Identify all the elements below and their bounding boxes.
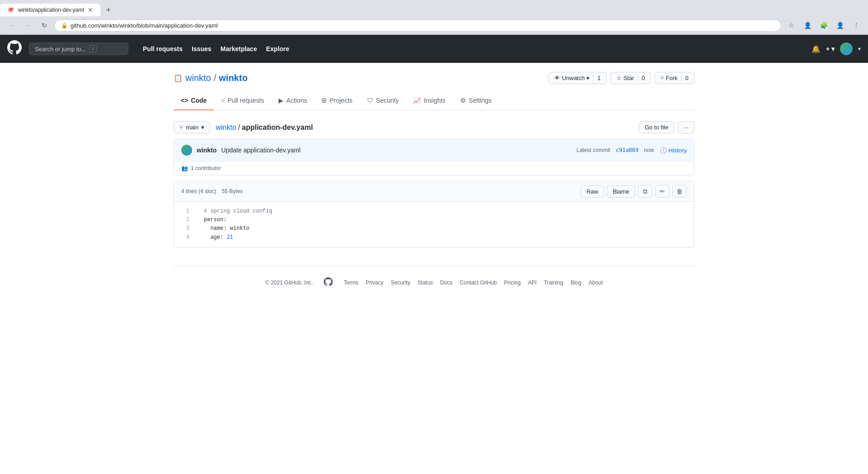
- settings-icon: ⚙: [460, 97, 466, 104]
- more-button[interactable]: ⋮: [850, 19, 863, 32]
- extension-button[interactable]: 🧩: [817, 19, 830, 32]
- contributors-bar: 👥 1 contributor: [174, 161, 694, 175]
- tab-pull-requests[interactable]: ⑂ Pull requests: [214, 91, 271, 110]
- footer-contact[interactable]: Contact GitHub: [460, 280, 497, 286]
- watch-count: 1: [593, 75, 600, 81]
- line-number-2[interactable]: 2: [174, 216, 197, 224]
- footer-blog[interactable]: Blog: [571, 280, 581, 286]
- forward-button[interactable]: →: [22, 19, 34, 32]
- edit-button[interactable]: ✏: [655, 185, 670, 198]
- line-number-3[interactable]: 3: [174, 224, 197, 233]
- star-count: 0: [638, 75, 645, 81]
- footer-about[interactable]: About: [589, 280, 603, 286]
- repo-header: 📋 winkto / winkto 👁 Unwatch ▾ 1 ☆ Star 0…: [174, 72, 694, 84]
- address-bar[interactable]: 🔒 github.com/winkto/winkto/blob/main/app…: [54, 19, 781, 32]
- browser-toolbar: ← → ↻ 🔒 github.com/winkto/winkto/blob/ma…: [0, 16, 868, 34]
- header-right: 🔔 + ▾ ▾: [811, 43, 861, 55]
- commit-sha[interactable]: c91a069: [616, 147, 639, 153]
- tab-actions[interactable]: ▶ Actions: [271, 91, 314, 110]
- star-button[interactable]: ☆ Star 0: [610, 72, 651, 84]
- tab-close-button[interactable]: ✕: [88, 6, 93, 14]
- nav-pull-requests[interactable]: Pull requests: [139, 43, 186, 55]
- footer-security[interactable]: Security: [391, 280, 410, 286]
- tab-favicon: 🐙: [7, 6, 14, 14]
- bookmark-button[interactable]: ☆: [785, 19, 797, 32]
- tab-projects[interactable]: ⊞ Projects: [314, 91, 360, 110]
- branch-selector[interactable]: ⑂ main ▾: [174, 121, 210, 133]
- footer-training[interactable]: Training: [544, 280, 563, 286]
- edit-icon: ✏: [660, 188, 665, 195]
- tab-code[interactable]: <> Code: [174, 91, 214, 110]
- repo-breadcrumb: 📋 winkto / winkto: [174, 73, 248, 83]
- global-search[interactable]: Search or jump to... /: [29, 43, 128, 55]
- tab-insights[interactable]: 📈 Insights: [406, 91, 453, 110]
- footer-copyright: © 2021 GitHub, Inc.: [265, 280, 313, 286]
- fork-label: Fork: [666, 75, 678, 81]
- branch-icon: ⑂: [179, 124, 183, 131]
- line-number-1[interactable]: 1: [174, 207, 197, 216]
- nav-issues[interactable]: Issues: [188, 43, 215, 55]
- code-line-4: 4 age: 21: [174, 233, 694, 242]
- file-content-box: 4 lines (4 sloc) 55 Bytes Raw Blame ⧉ ✏ …: [174, 181, 694, 248]
- code-line-3: 3 name: winkto: [174, 224, 694, 233]
- watch-label: Unwatch: [562, 75, 585, 81]
- breadcrumb-separator: /: [214, 73, 217, 83]
- history-link[interactable]: 🕐 History: [660, 147, 687, 154]
- search-shortcut: /: [90, 45, 96, 52]
- fork-button[interactable]: ⑂ Fork 0: [655, 72, 694, 84]
- account-button[interactable]: 👤: [834, 19, 846, 32]
- new-tab-button[interactable]: +: [102, 4, 115, 16]
- footer-pricing[interactable]: Pricing: [504, 280, 521, 286]
- commit-sha-label: Latest commit: [576, 147, 610, 153]
- star-icon: ☆: [616, 75, 622, 81]
- actions-icon: ▶: [278, 97, 283, 104]
- back-button[interactable]: ←: [5, 19, 18, 32]
- repo-name-link[interactable]: winkto: [219, 73, 247, 83]
- contributors-icon: 👥: [181, 165, 188, 171]
- repo-owner-link[interactable]: winkto: [185, 73, 211, 83]
- commit-left: winkto Update application-dev.yaml: [181, 145, 301, 156]
- browser-tab-bar: 🐙 winkto/application-dev.yaml ✕ +: [0, 0, 868, 16]
- commit-time: now: [644, 147, 654, 153]
- footer-privacy[interactable]: Privacy: [366, 280, 383, 286]
- raw-button[interactable]: Raw: [580, 185, 604, 198]
- reload-button[interactable]: ↻: [38, 19, 51, 32]
- projects-icon: ⊞: [321, 97, 327, 104]
- commit-author[interactable]: winkto: [197, 147, 217, 154]
- commit-author-avatar[interactable]: [181, 145, 192, 156]
- nav-marketplace[interactable]: Marketplace: [217, 43, 261, 55]
- copy-button[interactable]: ⧉: [638, 185, 652, 198]
- tab-settings[interactable]: ⚙ Settings: [453, 91, 499, 110]
- goto-file-button[interactable]: Go to file: [639, 121, 674, 133]
- tab-security[interactable]: 🛡 Security: [360, 91, 406, 110]
- profile-button[interactable]: 👤: [801, 19, 814, 32]
- file-breadcrumb-root[interactable]: winkto: [216, 123, 236, 132]
- footer-docs[interactable]: Docs: [440, 280, 453, 286]
- lock-icon: 🔒: [61, 22, 68, 28]
- delete-button[interactable]: 🗑: [672, 185, 687, 198]
- github-logo[interactable]: [7, 40, 22, 57]
- nav-explore[interactable]: Explore: [262, 43, 292, 55]
- fork-icon: ⑂: [660, 75, 664, 81]
- commit-box: winkto Update application-dev.yaml Lates…: [174, 139, 694, 175]
- footer-terms[interactable]: Terms: [344, 280, 359, 286]
- more-options-button[interactable]: ···: [678, 121, 694, 133]
- user-avatar[interactable]: [840, 43, 853, 55]
- tab-settings-label: Settings: [469, 97, 492, 104]
- watch-button[interactable]: 👁 Unwatch ▾ 1: [548, 72, 607, 84]
- repo-nav: <> Code ⑂ Pull requests ▶ Actions ⊞ Proj…: [174, 91, 694, 110]
- blame-button[interactable]: Blame: [607, 185, 635, 198]
- watch-icon: 👁: [554, 75, 560, 81]
- footer-status[interactable]: Status: [418, 280, 433, 286]
- avatar-chevron[interactable]: ▾: [858, 46, 861, 52]
- global-nav: Pull requests Issues Marketplace Explore: [139, 43, 293, 55]
- footer-api[interactable]: API: [528, 280, 537, 286]
- browser-tab-active[interactable]: 🐙 winkto/application-dev.yaml ✕: [0, 4, 100, 16]
- create-new-button[interactable]: + ▾: [826, 45, 835, 52]
- line-number-4[interactable]: 4: [174, 233, 197, 242]
- branch-name: main: [186, 124, 198, 131]
- tab-pull-requests-label: Pull requests: [227, 97, 264, 104]
- footer-logo: [324, 277, 333, 289]
- notification-bell[interactable]: 🔔: [811, 45, 821, 53]
- tab-actions-label: Actions: [286, 97, 307, 104]
